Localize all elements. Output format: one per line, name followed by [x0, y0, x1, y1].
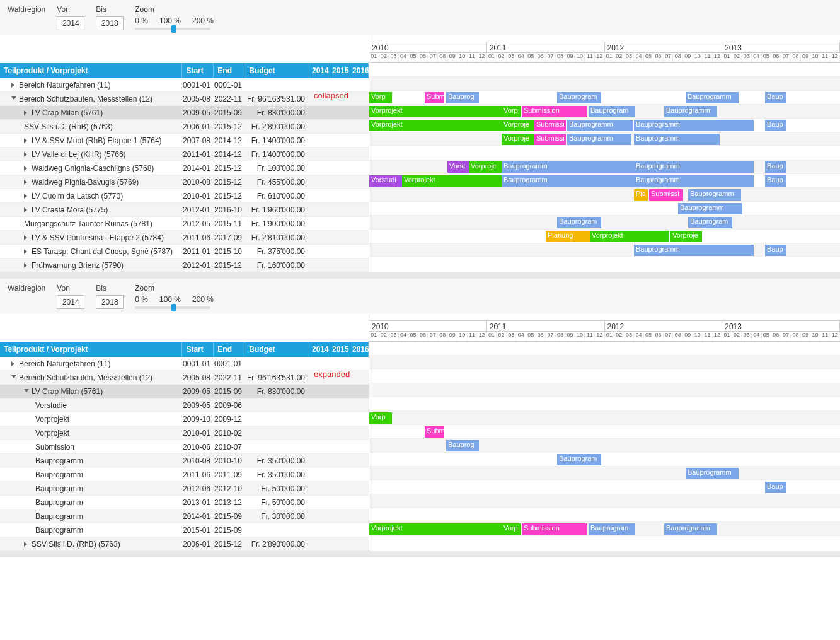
gantt-bar[interactable]: Bauprogramm	[502, 175, 634, 187]
col-end[interactable]: End	[214, 342, 245, 357]
chevron-right-icon[interactable]	[24, 180, 29, 185]
gantt-bar[interactable]: Vorp	[369, 412, 392, 424]
chevron-right-icon[interactable]	[24, 542, 29, 547]
chevron-right-icon[interactable]	[24, 194, 29, 199]
gantt-bar[interactable]: Bauprogramm	[634, 245, 754, 256]
table-row[interactable]: Bauprogramm2013-012013-12Fr. 50'000.00	[0, 496, 369, 509]
gantt-bar[interactable]: Bauprogram	[557, 217, 601, 228]
gantt-bar[interactable]: Vorst	[447, 161, 469, 173]
von-input[interactable]	[57, 16, 84, 30]
gantt-bar[interactable]: Subm	[425, 92, 444, 103]
table-row[interactable]: Vorstudie2009-052009-06	[0, 399, 369, 412]
table-row[interactable]: LV Crap Milan (5761)2009-052015-09Fr. 83…	[0, 106, 369, 120]
chevron-right-icon[interactable]	[24, 110, 29, 115]
gantt-bar[interactable]: Vorp	[502, 523, 521, 535]
gantt-bar[interactable]: Bauprog	[446, 92, 479, 103]
gantt-bar[interactable]: Bauprogramm	[678, 203, 742, 214]
gantt-bar[interactable]: Vorprojekt	[402, 175, 502, 187]
gantt-bar[interactable]: Bauprogram	[589, 106, 635, 117]
gantt-bar[interactable]: Vorp	[502, 106, 521, 117]
table-row[interactable]: Bauprogramm2014-012015-09Fr. 30'000.00	[0, 509, 369, 523]
chevron-down-icon[interactable]	[11, 375, 16, 380]
gantt-bar[interactable]: Baup	[765, 245, 786, 256]
table-row[interactable]: Vorprojekt2009-102009-12	[0, 412, 369, 426]
table-row[interactable]: Submission2010-062010-07	[0, 440, 369, 454]
gantt-bar[interactable]: Bauprogramm	[567, 134, 631, 145]
chevron-right-icon[interactable]	[24, 263, 29, 268]
col-budget[interactable]: Budget	[245, 342, 308, 357]
table-row[interactable]: LV Valle di Lej (KHR) (5766)2011-012014-…	[0, 148, 369, 161]
col-start[interactable]: Start	[182, 63, 214, 78]
zoom-slider[interactable]	[135, 306, 210, 309]
gantt-bar[interactable]: Vorprojekt	[369, 106, 502, 117]
gantt-bar[interactable]: Vorp	[369, 92, 392, 103]
gantt-bar[interactable]: Vorproje	[469, 161, 502, 173]
chevron-right-icon[interactable]	[11, 83, 16, 88]
gantt-bar[interactable]: Bauprogramm	[634, 120, 754, 131]
von-input[interactable]	[57, 295, 84, 309]
chevron-right-icon[interactable]	[24, 207, 29, 212]
col-2014[interactable]: 2014	[308, 342, 328, 357]
col-2015[interactable]: 2015	[328, 63, 348, 78]
gantt-bar[interactable]: Bauprogramm	[686, 468, 739, 479]
gantt-bar[interactable]: Bauprogramm	[686, 92, 739, 103]
table-row[interactable]: LV Cuolm da Latsch (5770)2010-012015-12F…	[0, 189, 369, 203]
gantt-bar[interactable]: Vorproje	[670, 231, 702, 242]
chevron-right-icon[interactable]	[24, 138, 29, 143]
gantt-bar[interactable]: Baup	[765, 92, 786, 103]
gantt-bar[interactable]: Vorproje	[502, 120, 534, 131]
chevron-down-icon[interactable]	[24, 389, 29, 394]
gantt-bar[interactable]: Bauprogramm	[664, 523, 717, 535]
table-row[interactable]: Murgangschutz Taunter Ruinas (5781)2012-…	[0, 217, 369, 231]
gantt-bar[interactable]: Vorproje	[502, 134, 534, 145]
gantt-bar[interactable]: Vorprojekt	[369, 523, 502, 535]
gantt-bar[interactable]: Submission	[522, 106, 587, 117]
table-row[interactable]: Bereich Naturgefahren (11)0001-010001-01	[0, 78, 369, 92]
gantt-bar[interactable]: Vorprojekt	[369, 120, 502, 131]
table-row[interactable]: Frühwarnung Brienz (5790)2012-012015-12F…	[0, 259, 369, 272]
gantt-bar[interactable]: Vorprojekt	[590, 231, 669, 242]
gantt-bar[interactable]: Baup	[765, 482, 786, 493]
bis-input[interactable]	[96, 16, 124, 30]
gantt-bar[interactable]: Vorstudi	[369, 175, 402, 187]
gantt-bar[interactable]: Bauprogramm	[688, 189, 741, 201]
table-row[interactable]: LV Crap Milan (5761)2009-052015-09Fr. 83…	[0, 385, 369, 399]
gantt-bar[interactable]: Planung	[546, 231, 590, 242]
gantt-bar[interactable]: Submissi	[534, 134, 566, 145]
gantt-bar[interactable]: Bauprogramm	[634, 161, 754, 173]
col-budget[interactable]: Budget	[245, 63, 308, 78]
bis-input[interactable]	[96, 295, 124, 309]
zoom-slider[interactable]	[135, 28, 210, 30]
gantt-bar[interactable]: Baup	[765, 120, 786, 131]
gantt-bar[interactable]: Baup	[765, 161, 786, 173]
gantt-bar[interactable]: Bauprogramm	[502, 161, 634, 173]
gantt-bar[interactable]: Bauprogram	[557, 92, 601, 103]
col-name[interactable]: Teilprodukt / Vorprojekt	[0, 342, 182, 357]
col-end[interactable]: End	[214, 63, 245, 78]
gantt-bar[interactable]: Bauprogramm	[634, 175, 754, 187]
chevron-right-icon[interactable]	[24, 235, 29, 240]
table-row[interactable]: Bereich Naturgefahren (11)0001-010001-01	[0, 357, 369, 371]
gantt-bar[interactable]: Bauprogram	[557, 454, 601, 465]
gantt-bar[interactable]: Bauprogram	[688, 217, 732, 228]
gantt-bar[interactable]: Bauprogram	[589, 523, 635, 535]
table-row[interactable]: Bauprogramm2015-012015-09	[0, 523, 369, 537]
table-row[interactable]: ES Tarasp: Chant dal Cuosp, Sgnè (5787)2…	[0, 245, 369, 259]
table-row[interactable]: Waldweg Pignia-Bavugls (5769)2010-082015…	[0, 175, 369, 189]
chevron-down-icon[interactable]	[11, 96, 16, 102]
table-row[interactable]: Waldweg Gnignia-Caschligns (5768)2014-01…	[0, 161, 369, 175]
table-row[interactable]: LV Crasta Mora (5775)2012-012016-10Fr. 1…	[0, 203, 369, 217]
gantt-bar[interactable]: Submissi	[534, 120, 566, 131]
table-row[interactable]: Bauprogramm2011-062011-09Fr. 350'000.00	[0, 468, 369, 482]
gantt-bar[interactable]: Submissi	[649, 189, 683, 201]
col-2016[interactable]: 2016	[348, 342, 369, 357]
chevron-right-icon[interactable]	[24, 152, 29, 157]
table-row[interactable]: LV & SSV Muot (RhB) Etappe 1 (5764)2007-…	[0, 134, 369, 148]
table-row[interactable]: LV & SSV Pontresina - Etappe 2 (5784)201…	[0, 231, 369, 245]
gantt-bar[interactable]: Baup	[765, 175, 786, 187]
gantt-bar[interactable]: Bauprogramm	[664, 106, 717, 117]
gantt-bar[interactable]: Bauprog	[446, 440, 479, 451]
chevron-right-icon[interactable]	[24, 249, 29, 254]
col-2015[interactable]: 2015	[328, 342, 348, 357]
gantt-bar[interactable]: Submission	[522, 523, 587, 535]
